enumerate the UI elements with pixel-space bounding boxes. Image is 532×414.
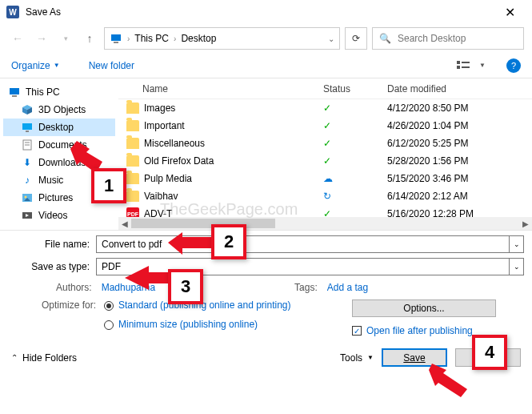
folder-icon [126,120,139,131]
arrow-4 [429,360,477,400]
list-item[interactable]: Old Firefox Data✓5/28/2020 1:56 PM [118,152,532,170]
view-mode-icon[interactable] [454,56,473,75]
nav-up-icon[interactable]: ↑ [80,29,99,48]
pc-icon [110,32,122,45]
list-item[interactable]: Images✓4/12/2020 8:50 PM [118,99,532,117]
file-name: Pulp Media [144,173,192,184]
list-item[interactable]: Pulp Media☁5/15/2020 3:46 PM [118,170,532,187]
close-icon[interactable]: ✕ [494,5,526,20]
new-folder-button[interactable]: New folder [89,60,134,71]
titlebar: W Save As ✕ [0,0,532,24]
folder-icon [126,102,139,114]
document-icon [21,139,34,151]
breadcrumb-root[interactable]: This PC [134,33,169,44]
folder-icon [126,155,139,167]
callout-3: 3 [168,269,203,304]
video-icon [21,209,34,222]
saveastype-label: Save as type: [8,261,96,272]
col-date[interactable]: Date modified [387,83,532,94]
scroll-thumb[interactable] [131,219,275,228]
status-icon: ✓ [323,138,387,149]
file-name: ADV-T [144,208,172,217]
file-list: Name Status Date modified Images✓4/12/20… [118,78,532,230]
optimize-minimum-radio[interactable]: Minimum size (publishing online) [104,319,344,332]
chevron-down-icon[interactable]: ▼ [479,62,486,69]
music-icon: ♪ [21,174,34,187]
tools-menu[interactable]: Tools ▼ [340,352,374,364]
navbar: ← → ▾ ↑ › This PC › Desktop ⌄ ⟳ 🔍 Search… [0,24,532,53]
file-date: 6/14/2020 2:12 AM [387,191,532,202]
svg-marker-22 [168,232,214,255]
svg-marker-23 [125,266,171,290]
options-button[interactable]: Options... [352,299,496,317]
save-panel: File name: Convert to pdf ⌄ Save as type… [0,231,532,344]
sidebar-item-3d-objects[interactable]: 3D Objects [3,101,115,119]
desktop-icon [21,121,34,134]
list-item[interactable]: Important✓4/26/2020 1:04 PM [118,117,532,135]
radio-on-icon [104,301,114,311]
refresh-icon[interactable]: ⟳ [345,27,367,50]
address-bar[interactable]: › This PC › Desktop ⌄ [104,27,340,50]
chevron-down-icon: ▼ [367,354,374,361]
file-name: Important [144,120,185,131]
pdf-icon: PDF [126,207,139,217]
file-date: 4/26/2020 1:04 PM [387,120,532,131]
cube-icon [21,103,34,116]
status-icon: ✓ [323,208,387,217]
pictures-icon [21,191,34,204]
svg-rect-5 [462,66,470,68]
svg-rect-0 [111,34,121,41]
organize-menu[interactable]: Organize▼ [11,60,60,71]
svg-marker-24 [429,364,467,397]
column-headers[interactable]: Name Status Date modified [118,78,532,99]
breadcrumb-leaf[interactable]: Desktop [181,33,216,44]
search-input[interactable]: 🔍 Search Desktop [372,27,524,50]
sidebar-item-desktop[interactable]: Desktop [3,119,115,136]
status-icon: ✓ [323,155,387,167]
arrow-2 [168,232,216,256]
tags-label: Tags: [294,282,318,293]
sidebar-item-videos[interactable]: Videos [3,207,115,224]
file-date: 5/15/2020 3:46 PM [387,173,532,184]
col-status[interactable]: Status [323,83,387,94]
svg-rect-4 [462,62,470,63]
svg-rect-6 [10,88,19,94]
folder-icon [126,191,139,202]
svg-rect-3 [457,66,460,69]
tags-value[interactable]: Add a tag [327,282,368,293]
filename-dropdown[interactable]: ⌄ [510,235,524,253]
filename-input[interactable]: Convert to pdf [96,235,510,253]
radio-off-icon [104,320,114,330]
scroll-left-icon[interactable]: ◀ [118,219,131,228]
word-icon: W [6,6,19,18]
nav-recent-icon[interactable]: ▾ [56,29,75,48]
file-name: Images [144,102,175,114]
chevron-down-icon[interactable]: ⌄ [328,34,334,43]
pc-icon [8,86,21,98]
scroll-right-icon[interactable]: ▶ [519,219,532,228]
list-item[interactable]: Miscellaneous✓6/12/2020 5:25 PM [118,135,532,152]
nav-back-icon[interactable]: ← [8,29,27,48]
chevron-down-icon: ▼ [54,62,60,69]
file-name: Old Firefox Data [144,155,214,167]
svg-rect-12 [26,131,29,132]
help-icon[interactable]: ? [506,58,521,73]
nav-forward-icon[interactable]: → [32,29,51,48]
status-icon: ✓ [323,102,387,114]
folder-icon [126,138,139,149]
saveastype-dropdown[interactable]: ⌄ [510,258,524,275]
authors-label: Authors: [56,282,92,293]
optimize-standard-radio[interactable]: Standard (publishing online and printing… [104,299,344,312]
scrollbar-horizontal[interactable]: ◀ ▶ [118,217,532,230]
status-icon: ✓ [323,120,387,131]
hide-folders-button[interactable]: ⌃ Hide Folders [11,352,77,364]
list-item[interactable]: PDFADV-T✓5/16/2020 12:28 PM [118,205,532,217]
filename-label: File name: [8,239,96,250]
status-icon: ☁ [323,173,387,184]
folder-icon [126,173,139,184]
file-date: 5/28/2020 1:56 PM [387,155,532,167]
col-name[interactable]: Name [118,83,323,94]
sidebar-item-this-pc[interactable]: This PC [3,83,115,101]
checkbox-checked-icon: ✓ [352,326,362,336]
list-item[interactable]: Vaibhav↻6/14/2020 2:12 AM [118,187,532,205]
